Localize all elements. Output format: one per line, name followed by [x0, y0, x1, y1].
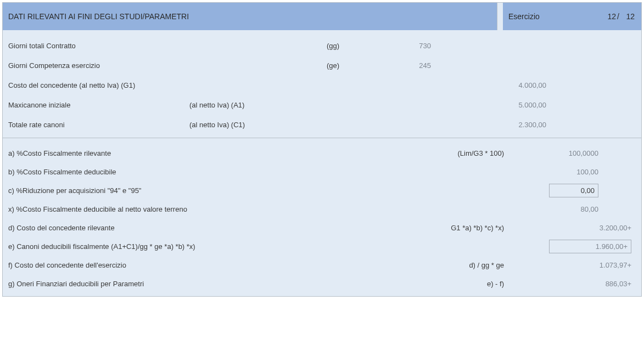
g-value: 886,03+: [520, 280, 636, 288]
e-input[interactable]: 1.960,00+: [549, 240, 631, 253]
exercise-separator: /: [617, 12, 619, 21]
row-c: c) %Riduzione per acquisizioni "94" e "9…: [8, 181, 636, 200]
b-value: 100,00: [520, 168, 636, 176]
row-a1: Maxicanone iniziale (al netto Iva) (A1) …: [8, 95, 636, 115]
a1-value: 5.000,00: [442, 101, 557, 109]
c1-note: (al netto Iva) (C1): [189, 121, 327, 129]
f-value: 1.073,97+: [520, 261, 636, 269]
row-e: e) Canoni deducibili fiscalmente (A1+C1)…: [8, 237, 636, 256]
row-d: d) Costo del concedente rilevante G1 *a)…: [8, 218, 636, 237]
g1-value: 4.000,00: [442, 81, 557, 89]
b-label: b) %Costo Fiscalmente deducibile: [8, 168, 327, 176]
gg-label: Giorni totali Contratto: [8, 42, 189, 50]
ge-label: Giorni Competenza esercizio: [8, 61, 189, 70]
c-label: c) %Riduzione per acquisizioni "94" e "9…: [8, 186, 327, 195]
g-formula: e) - f): [327, 280, 520, 288]
x-value: 80,00: [520, 205, 636, 213]
a-formula: (Lim/G3 * 100): [327, 149, 520, 157]
ge-value: 245: [376, 61, 442, 70]
row-c1: Totale rate canoni (al netto Iva) (C1) 2…: [8, 115, 636, 134]
exercise-current: 12: [602, 12, 616, 21]
f-formula: d) / gg * ge: [327, 261, 520, 269]
f-label: f) Costo del concedente dell'esercizio: [8, 261, 327, 269]
gg-unit: (gg): [327, 42, 376, 50]
g1-label: Costo del concedente (al netto Iva) (G1): [8, 81, 189, 89]
row-f: f) Costo del concedente dell'esercizio d…: [8, 256, 636, 274]
a-value: 100,0000: [520, 149, 636, 157]
d-value: 3.200,00+: [520, 224, 636, 232]
exercise-label: Esercizio: [508, 12, 602, 21]
row-b: b) %Costo Fiscalmente deducibile 100,00: [8, 162, 636, 181]
exercise-box: Esercizio 12 / 12: [503, 3, 641, 30]
a1-note: (al netto Iva) (A1): [189, 101, 327, 109]
row-g1: Costo del concedente (al netto Iva) (G1)…: [8, 75, 636, 95]
header-gap: [497, 3, 503, 30]
exercise-values: 12 / 12: [602, 12, 635, 21]
section-bottom: a) %Costo Fiscalmente rilevante (Lim/G3 …: [3, 138, 641, 296]
row-ge: Giorni Competenza esercizio (ge) 245: [8, 55, 636, 75]
c-input[interactable]: 0,00: [549, 184, 598, 197]
a-label: a) %Costo Fiscalmente rilevante: [8, 149, 327, 157]
section-top: Giorni totali Contratto (gg) 730 Giorni …: [3, 30, 641, 138]
c1-label: Totale rate canoni: [8, 121, 189, 129]
a1-label: Maxicanone iniziale: [8, 101, 189, 109]
row-a: a) %Costo Fiscalmente rilevante (Lim/G3 …: [8, 144, 636, 162]
row-gg: Giorni totali Contratto (gg) 730: [8, 36, 636, 55]
row-x: x) %Costo Fiscalmente deducibile al nett…: [8, 200, 636, 218]
x-label: x) %Costo Fiscalmente deducibile al nett…: [8, 205, 327, 213]
d-label: d) Costo del concedente rilevante: [8, 224, 327, 232]
panel-title: DATI RILEVANTI AI FINI DEGLI STUDI/PARAM…: [3, 3, 497, 30]
e-label: e) Canoni deducibili fiscalmente (A1+C1)…: [8, 242, 327, 251]
exercise-total: 12: [620, 12, 635, 21]
c-value-cell: 0,00: [520, 184, 636, 197]
gg-value: 730: [376, 42, 442, 50]
ge-unit: (ge): [327, 61, 376, 70]
g-label: g) Oneri Finanziari deducibili per Param…: [8, 280, 327, 288]
c1-value: 2.300,00: [442, 121, 557, 129]
d-formula: G1 *a) *b) *c) *x): [327, 224, 520, 232]
row-g: g) Oneri Finanziari deducibili per Param…: [8, 274, 636, 293]
header-row: DATI RILEVANTI AI FINI DEGLI STUDI/PARAM…: [3, 3, 641, 30]
main-panel: DATI RILEVANTI AI FINI DEGLI STUDI/PARAM…: [2, 2, 642, 297]
e-value-cell: 1.960,00+: [520, 240, 636, 253]
